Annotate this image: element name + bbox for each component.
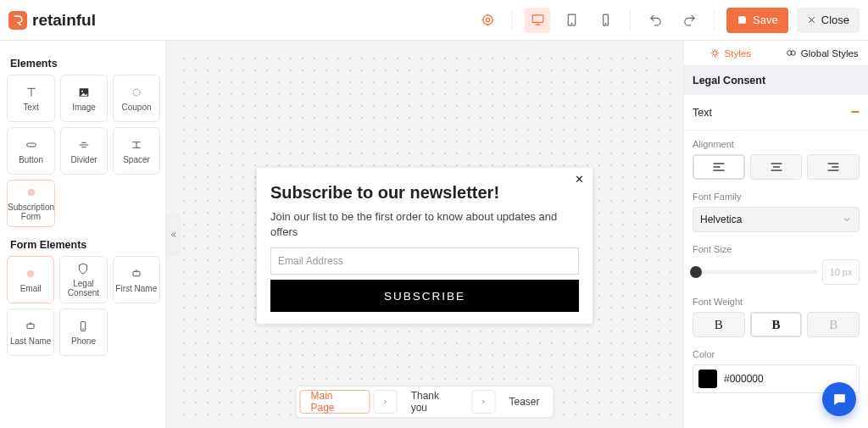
align-center-button[interactable] — [750, 154, 803, 180]
chevron-left-double-icon — [169, 231, 177, 239]
properties-panel: Styles Global Styles Legal Consent Text … — [683, 41, 868, 428]
font-size-slider[interactable] — [693, 259, 817, 285]
device-desktop-button[interactable] — [525, 8, 550, 33]
form-element-legal-consent[interactable]: Legal Consent — [59, 256, 107, 303]
tablet-icon — [565, 13, 579, 27]
styles-icon — [709, 47, 721, 58]
save-button[interactable]: Save — [726, 8, 788, 33]
close-label: Close — [821, 14, 849, 26]
element-button[interactable]: Button — [7, 127, 55, 175]
svg-rect-11 — [26, 143, 36, 147]
global-styles-icon — [786, 47, 797, 58]
svg-rect-7 — [740, 16, 743, 19]
svg-point-16 — [713, 51, 716, 54]
design-canvas[interactable]: ✕ Subscribe to our newsletter! Join our … — [166, 41, 683, 428]
sidebar-collapse-toggle[interactable] — [166, 214, 180, 255]
element-spacer[interactable]: Spacer — [113, 127, 160, 175]
label-color: Color — [693, 349, 860, 359]
svg-point-1 — [486, 18, 489, 21]
page-tabs: Main Page Thank you Teaser — [296, 386, 554, 418]
divider-icon — [77, 138, 91, 152]
redo-button[interactable] — [676, 8, 702, 33]
element-divider[interactable]: Divider — [60, 127, 108, 175]
page-next-2[interactable] — [472, 390, 496, 414]
font-weight-light-button[interactable]: B — [693, 312, 745, 337]
font-weight-extra-button[interactable]: B — [807, 312, 860, 337]
close-button[interactable]: Close — [797, 8, 860, 33]
font-size-input[interactable]: 10 px — [822, 259, 860, 285]
label-font-size: Font Size — [693, 244, 860, 254]
minus-icon: − — [850, 103, 860, 121]
page-tab-thankyou[interactable]: Thank you — [401, 390, 469, 414]
shield-icon — [76, 262, 90, 275]
target-icon — [481, 13, 495, 27]
popup-subtitle[interactable]: Join our list to be the first order to k… — [265, 209, 584, 239]
tab-global-styles[interactable]: Global Styles — [776, 41, 869, 65]
app-header: retainful Save Close — [0, 0, 868, 41]
undo-button[interactable] — [643, 8, 668, 33]
device-tablet-button[interactable] — [559, 8, 584, 33]
align-right-button[interactable] — [807, 154, 860, 180]
tab-styles[interactable]: Styles — [684, 41, 776, 65]
subscription-form-icon — [25, 186, 38, 199]
align-right-icon — [826, 162, 840, 172]
inspect-button[interactable] — [475, 8, 500, 33]
svg-point-10 — [133, 89, 140, 96]
element-subscription-form[interactable]: Subscription Form — [7, 180, 55, 227]
align-left-button[interactable] — [693, 154, 745, 180]
page-next-1[interactable] — [374, 390, 398, 414]
chat-fab[interactable] — [822, 382, 856, 416]
brand: retainful — [8, 11, 96, 30]
svg-point-6 — [605, 23, 606, 24]
form-element-email[interactable]: Email — [7, 256, 54, 303]
svg-rect-12 — [133, 271, 140, 275]
label-font-family: Font Family — [693, 192, 860, 202]
chevron-down-icon — [842, 214, 852, 225]
page-tab-teaser[interactable]: Teaser — [498, 390, 549, 414]
popup-title[interactable]: Subscribe to our newsletter! — [265, 183, 584, 203]
label-alignment: Alignment — [693, 139, 860, 149]
popup-preview[interactable]: ✕ Subscribe to our newsletter! Join our … — [257, 168, 593, 324]
save-label: Save — [753, 14, 778, 26]
close-icon — [807, 15, 816, 25]
label-font-weight: Font Weight — [693, 297, 860, 307]
svg-point-0 — [482, 15, 492, 25]
desktop-icon — [531, 13, 545, 27]
popup-close-button[interactable]: ✕ — [575, 173, 584, 186]
first-name-icon — [130, 267, 143, 281]
chevron-right-icon — [480, 398, 487, 405]
element-text[interactable]: Text — [7, 75, 55, 122]
element-coupon[interactable]: Coupon — [113, 75, 160, 122]
email-icon — [24, 267, 37, 281]
element-image[interactable]: Image — [60, 75, 108, 122]
image-icon — [77, 86, 91, 99]
align-center-icon — [770, 162, 783, 172]
svg-rect-2 — [532, 15, 543, 22]
svg-point-15 — [83, 328, 84, 329]
spacer-icon — [130, 138, 143, 152]
save-icon — [737, 14, 748, 25]
align-left-icon — [712, 162, 726, 172]
device-mobile-button[interactable] — [593, 8, 618, 33]
brand-logo-icon — [8, 11, 27, 30]
last-name-icon — [24, 320, 37, 333]
form-element-phone[interactable]: Phone — [59, 308, 107, 356]
elements-sidebar: Elements Text Image Coupon Button Divide… — [0, 41, 166, 428]
popup-subscribe-button[interactable]: SUBSCRIBE — [270, 280, 579, 312]
chat-icon — [832, 392, 848, 408]
form-element-last-name[interactable]: Last Name — [7, 308, 54, 356]
phone-icon — [76, 320, 90, 333]
accordion-text[interactable]: Text − — [684, 95, 868, 131]
form-element-first-name[interactable]: First Name — [113, 256, 160, 303]
popup-email-field[interactable]: Email Address — [270, 247, 579, 275]
brand-name: retainful — [32, 11, 96, 30]
undo-icon — [648, 13, 663, 27]
color-swatch — [698, 370, 717, 388]
font-weight-bold-button[interactable]: B — [750, 312, 803, 337]
redo-icon — [682, 13, 697, 27]
text-icon — [25, 86, 38, 99]
section-title-elements: Elements — [10, 58, 157, 69]
button-icon — [25, 138, 38, 152]
page-tab-main[interactable]: Main Page — [300, 390, 370, 414]
font-family-select[interactable]: Helvetica — [693, 207, 860, 232]
